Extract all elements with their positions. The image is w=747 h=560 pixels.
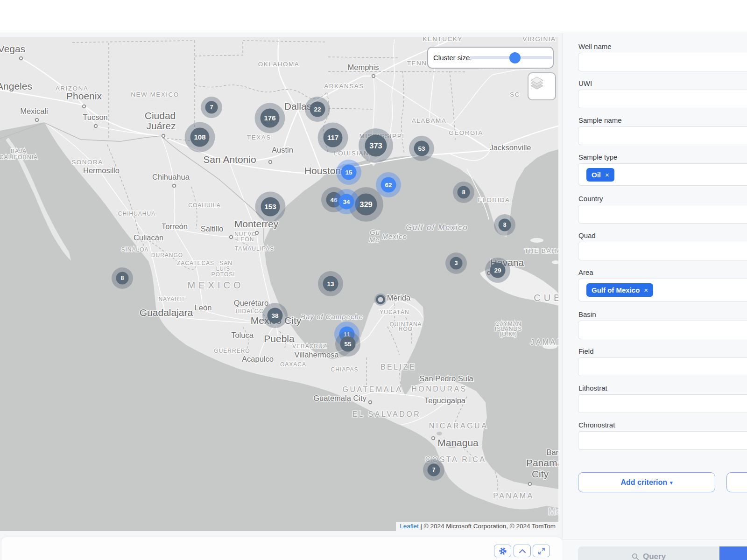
country-input[interactable] xyxy=(578,205,747,224)
query-button[interactable]: Query xyxy=(578,546,747,560)
layers-button[interactable] xyxy=(528,72,556,100)
well-name-input[interactable] xyxy=(578,53,747,71)
field-label-sample-type: Sample type xyxy=(578,154,747,161)
field-label-chronostrat: Chronostrat xyxy=(578,421,747,429)
cluster-count: 15 xyxy=(345,169,352,176)
map-label: Memphis xyxy=(348,63,379,71)
sidebar-footer: Query xyxy=(562,539,747,560)
cluster-count: 13 xyxy=(327,280,334,287)
map-label: Guadalajara xyxy=(140,307,193,318)
add-criterion-button[interactable]: Add criterion▾ xyxy=(578,472,715,492)
cluster-marker[interactable]: 15 xyxy=(336,160,361,185)
map-label: Phoenix xyxy=(66,91,102,101)
city-dot xyxy=(173,184,176,187)
leaflet-link[interactable]: Leaflet xyxy=(400,523,419,530)
quad-input[interactable] xyxy=(578,242,747,260)
secondary-action-button[interactable] xyxy=(726,472,747,492)
map-label: Barr xyxy=(546,448,558,456)
remove-tag-icon[interactable]: × xyxy=(605,171,609,179)
cluster-count: 62 xyxy=(385,182,392,189)
cluster-count: 8 xyxy=(121,275,124,281)
cluster-marker[interactable]: 53 xyxy=(409,136,434,161)
cluster-marker[interactable]: 13 xyxy=(318,271,343,296)
cluster-marker[interactable]: 8 xyxy=(453,182,474,203)
map-label: EL SALVADOR xyxy=(352,410,421,418)
add-criterion-text: riterion xyxy=(641,478,667,486)
map-label: Villahermosa xyxy=(294,350,339,359)
cluster-marker[interactable]: 7 xyxy=(423,459,444,481)
map-label: Ciudad xyxy=(145,110,176,121)
map-label: Houston xyxy=(304,165,341,176)
field-input[interactable] xyxy=(578,357,747,376)
cluster-count: 7 xyxy=(432,467,436,473)
area-tag[interactable]: Gulf of Mexico× xyxy=(586,283,653,297)
cluster-marker[interactable]: 29 xyxy=(485,258,510,283)
cluster-marker[interactable]: 176 xyxy=(255,103,285,133)
top-header-bar xyxy=(0,0,747,33)
map-label: DURANGO xyxy=(151,252,183,259)
cluster-marker[interactable]: 373 xyxy=(359,128,393,163)
map-label: Acapulco xyxy=(242,355,274,363)
city-dot xyxy=(269,161,272,163)
basin-input[interactable] xyxy=(578,321,747,339)
slider-thumb[interactable] xyxy=(509,52,521,63)
map-settings-button[interactable] xyxy=(494,545,511,557)
map-label: León xyxy=(195,303,212,312)
chronostrat-input[interactable] xyxy=(578,431,747,450)
map-footer-panel xyxy=(1,537,563,560)
gear-icon xyxy=(499,547,507,555)
query-split-button[interactable] xyxy=(719,546,747,560)
map-label: GUERRERO xyxy=(214,348,250,354)
sample-type-tag[interactable]: Oil× xyxy=(586,168,614,182)
cluster-marker[interactable]: 7 xyxy=(201,97,222,118)
map[interactable]: VegasAngelesARIZONAPhoenixMexicaliTucson… xyxy=(0,37,558,531)
cluster-size-label: Cluster size: xyxy=(433,54,472,62)
attribution-text: © 2024 Microsoft Corporation, © 2024 Tom… xyxy=(424,523,556,530)
map-attribution: Leaflet | © 2024 Microsoft Corporation, … xyxy=(396,522,558,531)
remove-tag-icon[interactable]: × xyxy=(644,286,648,294)
map-canvas[interactable]: VegasAngelesARIZONAPhoenixMexicaliTucson… xyxy=(0,37,558,531)
map-label: Gu xyxy=(370,228,380,236)
field-label-field: Field xyxy=(578,348,747,355)
cluster-marker[interactable]: 55 xyxy=(335,331,360,357)
city-dot xyxy=(162,134,165,137)
cluster-marker[interactable]: 62 xyxy=(376,172,401,197)
cluster-marker[interactable]: 117 xyxy=(318,123,348,153)
lake-managua xyxy=(437,432,442,435)
cluster-marker[interactable]: 38 xyxy=(262,303,288,328)
map-label: San Pedro Sula xyxy=(419,374,473,383)
cluster-marker[interactable]: 3 xyxy=(445,252,467,274)
map-label: Querétaro xyxy=(234,299,268,307)
collapse-panel-button[interactable] xyxy=(514,545,531,557)
cluster-marker[interactable]: 22 xyxy=(305,97,330,122)
map-label: PANAMA xyxy=(493,492,534,500)
sample-name-input[interactable] xyxy=(578,126,747,145)
cluster-size-slider[interactable] xyxy=(470,48,552,68)
cluster-marker[interactable]: 108 xyxy=(185,122,215,153)
map-label: Me xyxy=(548,506,558,517)
cluster-marker[interactable]: 34 xyxy=(334,189,359,214)
map-label: Gulf of Mexico xyxy=(406,223,468,231)
uwi-input[interactable] xyxy=(578,90,747,108)
well-marker[interactable] xyxy=(374,294,387,306)
cluster-count: 55 xyxy=(344,341,352,348)
map-label: HIDALGO xyxy=(235,308,264,315)
sample-type-input[interactable]: Oil× xyxy=(578,163,747,186)
city-dot xyxy=(230,236,233,238)
expand-button[interactable] xyxy=(533,545,550,557)
map-label: Angeles xyxy=(0,81,32,91)
city-dot xyxy=(369,401,372,404)
cluster-marker[interactable]: 8 xyxy=(494,214,515,236)
cluster-marker[interactable]: 153 xyxy=(255,192,286,222)
map-label: SINALOA xyxy=(121,246,148,253)
lithostrat-input[interactable] xyxy=(578,394,747,413)
area-input[interactable]: Gulf of Mexico× xyxy=(578,279,747,301)
field-label-uwi: UWI xyxy=(578,80,747,87)
cluster-count: 3 xyxy=(455,260,458,266)
map-label: TEXAS xyxy=(247,134,271,141)
cluster-count: 117 xyxy=(327,133,338,141)
map-label: (U.K.) xyxy=(500,331,517,337)
cluster-count: 108 xyxy=(194,133,205,141)
cluster-marker[interactable]: 8 xyxy=(112,267,133,289)
query-button-main[interactable]: Query xyxy=(578,546,719,560)
